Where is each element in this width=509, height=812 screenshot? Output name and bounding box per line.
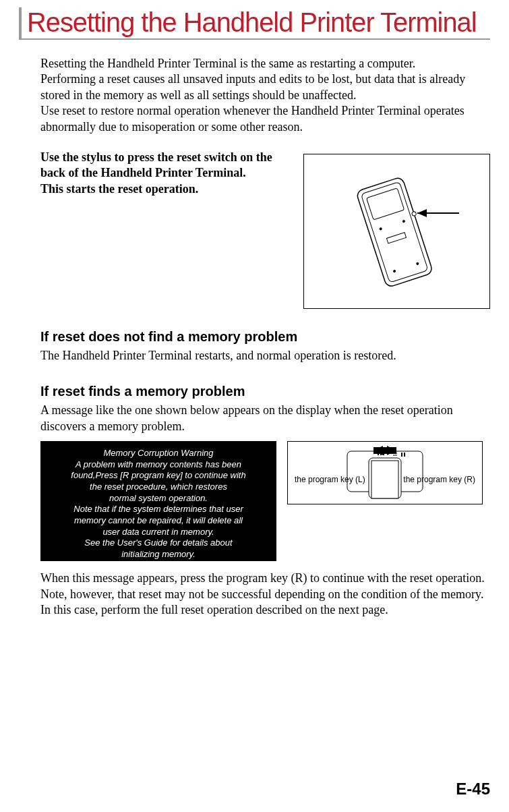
intro-p3: Use reset to restore normal operation wh…: [40, 103, 490, 135]
svg-marker-22: [373, 446, 396, 455]
ss-l6: Note that if the system determines that …: [46, 504, 271, 515]
closing-para: When this message appears, press the pro…: [40, 571, 490, 618]
screenshot-row: Memory Corruption Warning A problem with…: [40, 441, 490, 561]
memory-warning-screenshot: Memory Corruption Warning A problem with…: [40, 441, 276, 561]
svg-marker-10: [417, 209, 427, 217]
program-key-r-label: the program key (R): [403, 475, 475, 484]
body-no-problem: The Handheld Printer Terminal restarts, …: [40, 348, 490, 364]
device-back-icon: [330, 167, 465, 295]
ss-l4: the reset procedure, which restores: [46, 482, 271, 493]
title-accent-block: [19, 7, 22, 38]
program-key-diagram: the program key (L) the program key (R): [287, 441, 483, 504]
content: Resetting the Handheld Printer Terminal …: [19, 56, 490, 618]
ss-l1: Memory Corruption Warning: [46, 448, 271, 459]
subhead-no-problem: If reset does not find a memory problem: [40, 328, 490, 345]
body-problem: A message like the one shown below appea…: [40, 403, 490, 434]
svg-rect-20: [404, 453, 405, 457]
svg-rect-13: [371, 461, 398, 498]
title-row: Resetting the Handheld Printer Terminal: [19, 7, 490, 40]
ss-l9: See the User's Guide for details about: [46, 538, 271, 549]
instruction-row: Use the stylus to press the reset switch…: [40, 150, 490, 309]
program-key-l-label: the program key (L): [295, 475, 365, 484]
intro-p2: Performing a reset causes all unsaved in…: [40, 71, 490, 103]
ss-l3: found,Press [R program key] to continue …: [46, 470, 271, 482]
intro-p1: Resetting the Handheld Printer Terminal …: [40, 56, 490, 71]
ss-l8: user data current in memory.: [46, 527, 271, 538]
device-illustration-box: [303, 154, 490, 309]
ss-l7: memory cannot be repaired, it will delet…: [46, 515, 271, 527]
page: Resetting the Handheld Printer Terminal …: [0, 0, 509, 618]
ss-l10: initializing memory.: [46, 549, 271, 560]
instruction-l1: Use the stylus to press the reset switch…: [40, 150, 283, 181]
instruction-text: Use the stylus to press the reset switch…: [40, 150, 283, 197]
svg-rect-19: [401, 453, 402, 457]
page-title: Resetting the Handheld Printer Terminal: [27, 7, 477, 38]
page-number: E-45: [456, 780, 490, 799]
arrow-left-icon: [373, 446, 396, 455]
instruction-l2: This starts the reset operation.: [40, 181, 283, 197]
subhead-problem: If reset finds a memory problem: [40, 382, 490, 400]
ss-l2: A problem with memory contents has been: [46, 459, 271, 471]
ss-l5: normal system operation.: [46, 493, 271, 504]
